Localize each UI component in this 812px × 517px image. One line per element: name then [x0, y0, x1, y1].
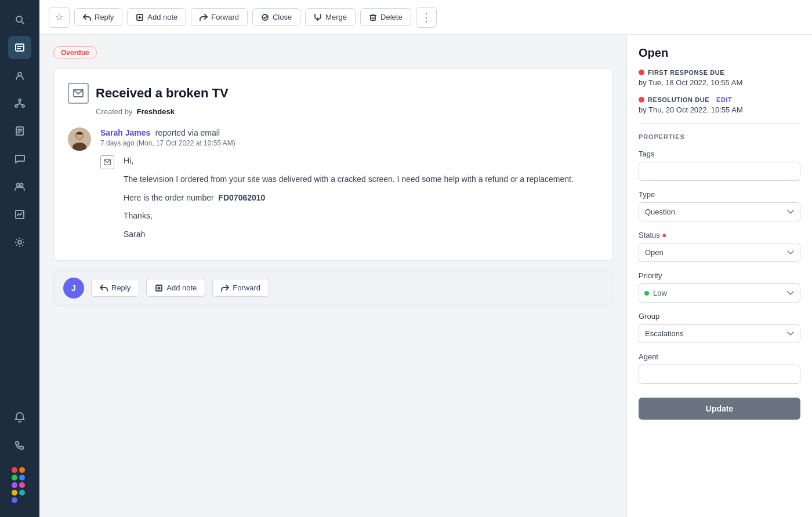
message-row: Sarah James reported via email 7 days ag…: [68, 128, 598, 246]
agent-input[interactable]: [639, 365, 800, 384]
status-select[interactable]: Open Pending Resolved Closed: [639, 243, 800, 262]
reply-avatar: J: [63, 278, 84, 298]
sidebar-icon-kb[interactable]: [8, 119, 31, 143]
update-button[interactable]: Update: [639, 398, 800, 420]
reply-bar-reply-label: Reply: [111, 283, 130, 292]
first-response-label: FIRST RESPONSE DUE: [639, 69, 800, 76]
resolution-value: by Thu, 20 Oct 2022, 10:55 AM: [639, 105, 800, 114]
first-response-section: FIRST RESPONSE DUE by Tue, 18 Oct 2022, …: [639, 69, 800, 87]
merge-button[interactable]: Merge: [305, 8, 356, 26]
priority-field: Priority Low Medium High Urgent: [639, 271, 800, 303]
tags-field: Tags: [639, 150, 800, 181]
email-small-icon: [100, 155, 114, 169]
message-content-row: Hi, The television I ordered from your s…: [100, 154, 574, 246]
reply-bar: J Reply Add note For: [53, 270, 612, 306]
forward-label: Forward: [211, 13, 239, 21]
add-note-button[interactable]: Add note: [127, 8, 186, 26]
star-button[interactable]: ☆: [49, 7, 70, 28]
forward-icon: [200, 13, 208, 21]
priority-select[interactable]: Low Medium High Urgent: [639, 283, 800, 303]
reply-bar-forward-icon: [221, 284, 229, 292]
more-options-button[interactable]: ⋮: [416, 7, 437, 28]
close-button[interactable]: Close: [252, 8, 300, 26]
delete-icon: [369, 13, 377, 21]
sidebar-icon-contacts[interactable]: [8, 64, 31, 87]
message-order: Here is the order number FD07062010: [124, 191, 574, 205]
delete-button[interactable]: Delete: [360, 8, 411, 26]
message-meta-body: Sarah James reported via email 7 days ag…: [100, 128, 574, 246]
type-field: Type Question Problem Incident Feature R…: [639, 190, 800, 221]
message-sign2: Sarah: [124, 228, 574, 242]
svg-rect-2: [16, 44, 24, 51]
sidebar-icon-phone[interactable]: [8, 434, 31, 457]
group-field: Group Escalations Support Sales Engineer…: [639, 312, 800, 343]
ticket-card: Received a broken TV Created by Freshdes…: [53, 68, 612, 261]
type-label: Type: [639, 190, 800, 199]
overdue-badge: Overdue: [53, 46, 97, 59]
sender-name: Sarah James: [100, 128, 150, 137]
agent-field: Agent: [639, 352, 800, 384]
main-content: ☆ Reply Add note Forward Close: [39, 0, 812, 517]
message-greeting: Hi,: [124, 154, 574, 168]
toolbar: ☆ Reply Add note Forward Close: [39, 0, 812, 35]
sidebar-icon-chat[interactable]: [8, 147, 31, 170]
app-switcher-dots[interactable]: [12, 467, 28, 503]
resolution-section: RESOLUTION DUE Edit by Thu, 20 Oct 2022,…: [639, 96, 800, 114]
reply-label: Reply: [95, 13, 114, 21]
message-meta: Sarah James reported via email 7 days ag…: [100, 128, 574, 147]
resolution-edit-link[interactable]: Edit: [716, 96, 732, 103]
message-body-text: The television I ordered from your site …: [124, 173, 574, 187]
delete-label: Delete: [380, 13, 403, 21]
sidebar: [0, 0, 39, 517]
reply-icon: [83, 13, 91, 21]
group-label: Group: [639, 312, 800, 321]
group-select[interactable]: Escalations Support Sales Engineering: [639, 324, 800, 343]
first-response-value: by Tue, 18 Oct 2022, 10:55 AM: [639, 78, 800, 87]
sidebar-icon-search[interactable]: [8, 8, 31, 31]
reply-bar-add-note-icon: [155, 284, 163, 292]
created-by: Created by Freshdesk: [96, 107, 598, 116]
reply-bar-forward-label: Forward: [233, 283, 260, 292]
status-label: Status ●: [639, 231, 800, 239]
svg-line-1: [21, 21, 24, 24]
forward-button[interactable]: Forward: [191, 8, 248, 26]
priority-label: Priority: [639, 271, 800, 280]
close-icon: [261, 13, 269, 21]
created-by-name: Freshdesk: [137, 107, 175, 116]
reply-button[interactable]: Reply: [74, 8, 122, 26]
panel-status: Open: [639, 46, 800, 60]
right-panel: Open FIRST RESPONSE DUE by Tue, 18 Oct 2…: [626, 35, 812, 517]
add-note-label: Add note: [147, 13, 177, 21]
message-time: 7 days ago (Mon, 17 Oct 2022 at 10:55 AM…: [100, 139, 574, 147]
status-required-marker: ●: [662, 231, 666, 239]
svg-point-23: [262, 14, 268, 20]
sidebar-icon-settings[interactable]: [8, 231, 31, 254]
created-by-prefix: Created by: [96, 107, 133, 116]
email-icon-box: [68, 83, 89, 104]
sidebar-icon-teams[interactable]: [8, 175, 31, 198]
tags-input[interactable]: [639, 162, 800, 181]
reply-bar-reply-button[interactable]: Reply: [91, 279, 139, 297]
svg-line-11: [20, 104, 23, 105]
ticket-main: Overdue Received a broken TV Created by …: [39, 35, 626, 517]
status-field: Status ● Open Pending Resolved Closed: [639, 231, 800, 262]
more-icon: ⋮: [421, 11, 432, 24]
sidebar-icon-reports[interactable]: [8, 203, 31, 226]
sidebar-icon-org[interactable]: [8, 92, 31, 115]
svg-point-16: [17, 184, 20, 187]
avatar-svg: [68, 128, 91, 151]
close-label: Close: [273, 13, 292, 21]
priority-select-wrapper: Low Medium High Urgent: [639, 283, 800, 303]
merge-icon: [314, 13, 322, 21]
type-select[interactable]: Question Problem Incident Feature Reques…: [639, 202, 800, 221]
divider: [639, 123, 800, 124]
sidebar-icon-tickets[interactable]: [8, 36, 31, 59]
resolution-label: RESOLUTION DUE Edit: [639, 96, 800, 103]
ticket-title: Received a broken TV: [96, 86, 229, 101]
add-note-icon: [136, 13, 144, 21]
svg-rect-24: [371, 16, 375, 20]
reply-bar-forward-button[interactable]: Forward: [212, 279, 269, 297]
merge-label: Merge: [325, 13, 347, 21]
reply-bar-add-note-button[interactable]: Add note: [146, 279, 205, 297]
sidebar-icon-notifications[interactable]: [8, 406, 31, 429]
